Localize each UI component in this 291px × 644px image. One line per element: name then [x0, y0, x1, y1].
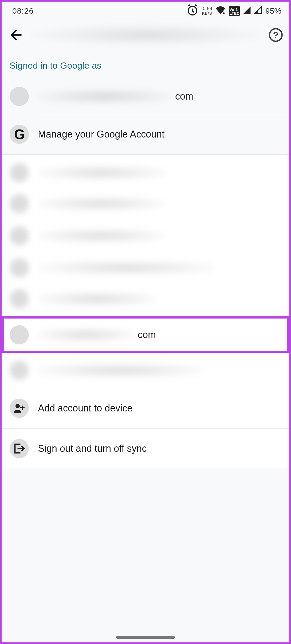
account-row[interactable] — [2, 353, 289, 388]
signal-icon-1 — [243, 6, 251, 16]
avatar — [10, 258, 29, 277]
email-redacted — [38, 228, 163, 243]
email-redacted — [38, 89, 171, 104]
add-account-row[interactable]: Add account to device — [2, 388, 289, 428]
add-account-label: Add account to device — [38, 403, 132, 414]
avatar — [10, 289, 29, 308]
avatar — [10, 325, 29, 344]
account-row[interactable] — [2, 220, 289, 252]
status-icons: 0.59 KB/S Vo"1LTE2 95% — [186, 4, 281, 18]
account-row[interactable] — [2, 155, 289, 188]
account-row[interactable] — [2, 188, 289, 220]
wifi-icon — [215, 6, 226, 16]
email-redacted — [38, 260, 214, 275]
page-title-redacted — [32, 25, 261, 45]
alarm-icon — [186, 4, 199, 18]
email-suffix: com — [175, 91, 193, 102]
primary-account-row[interactable]: com — [2, 79, 289, 114]
manage-google-account-label: Manage your Google Account — [38, 129, 164, 140]
signal-icon-2 — [254, 6, 262, 16]
avatar — [10, 194, 29, 213]
email-suffix: com — [138, 329, 156, 340]
email-redacted — [38, 196, 163, 211]
sign-out-row[interactable]: Sign out and turn off sync — [2, 429, 289, 469]
sign-out-icon — [10, 439, 29, 458]
email-redacted — [38, 165, 166, 180]
add-person-icon — [10, 399, 29, 418]
email-redacted — [38, 327, 134, 342]
avatar — [10, 226, 29, 245]
highlighted-account-row[interactable]: com — [2, 316, 289, 354]
status-bar: 08:26 0.59 KB/S Vo"1LTE2 95% — [2, 2, 289, 20]
email-redacted — [38, 363, 203, 378]
avatar — [10, 163, 29, 182]
section-header: Signed in to Google as — [2, 50, 289, 79]
account-row[interactable] — [2, 284, 289, 317]
back-button[interactable] — [8, 27, 24, 43]
account-row[interactable] — [2, 252, 289, 284]
manage-google-account[interactable]: G Manage your Google Account — [2, 114, 289, 154]
network-speed-indicator: 0.59 KB/S — [202, 6, 212, 16]
app-bar: ? — [2, 20, 289, 50]
sign-out-label: Sign out and turn off sync — [38, 443, 147, 454]
email-redacted — [38, 291, 155, 306]
divider — [2, 469, 289, 469]
avatar — [10, 361, 29, 380]
battery-percentage: 95% — [265, 6, 281, 15]
google-icon: G — [10, 125, 29, 144]
lte-indicator: Vo"1LTE2 — [229, 6, 240, 16]
help-button[interactable]: ? — [269, 28, 283, 42]
navigation-handle[interactable] — [116, 636, 175, 639]
status-time: 08:26 — [12, 6, 34, 15]
avatar — [10, 87, 29, 106]
